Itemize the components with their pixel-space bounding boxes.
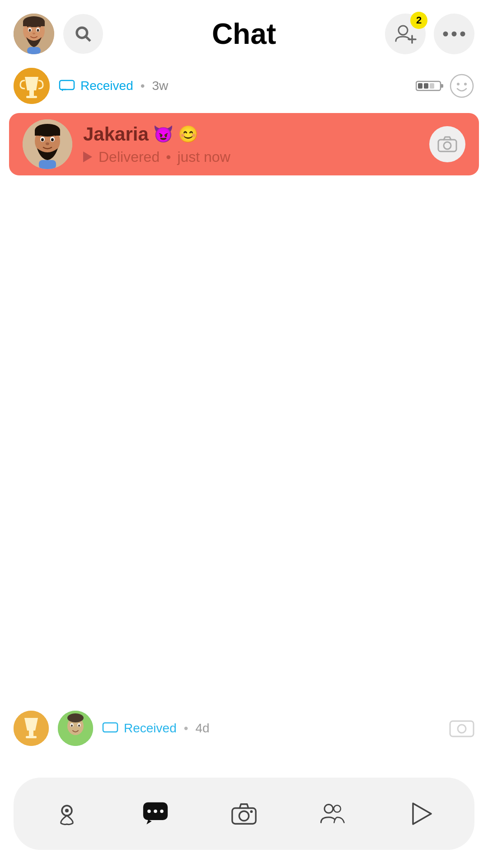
svg-point-28 [450,75,473,97]
header-left [14,14,103,54]
map-pin-icon [54,801,80,827]
nav-map[interactable] [44,791,89,836]
received-row-right [416,73,474,99]
camera-icon-small [437,136,457,152]
svg-marker-19 [25,77,38,90]
svg-rect-21 [26,96,37,98]
camera-nav-icon [231,801,257,827]
svg-point-61 [154,810,157,813]
delivered-label: Delivered [99,149,160,165]
add-friend-button[interactable]: 2 [385,14,426,54]
svg-rect-40 [39,160,56,169]
search-button[interactable] [63,14,103,54]
chat-received-icon-bottom [102,722,118,735]
more-dots-icon [442,31,466,37]
camera-button-jakaria[interactable] [429,126,465,162]
svg-point-56 [458,725,466,733]
more-options-button[interactable] [434,14,474,54]
jakaria-avatar [23,119,72,169]
received-time: 3w [152,79,169,93]
svg-point-64 [239,811,249,821]
received-label: Received [80,79,133,93]
chat-status-row: Delivered • just now [83,149,418,165]
contact-avatar-bottom-1 [14,711,49,746]
svg-point-7 [37,29,39,32]
svg-point-10 [77,28,87,38]
svg-point-29 [457,83,460,85]
svg-rect-22 [60,80,74,90]
chat-nav-icon [142,801,169,827]
svg-rect-3 [23,22,45,26]
svg-rect-45 [29,731,33,736]
chat-time: just now [177,149,230,165]
friends-icon [319,801,346,827]
chat-name-row: Jakaria 😈 😊 [83,123,418,145]
svg-point-17 [460,32,465,37]
chat-item-jakaria[interactable]: Jakaria 😈 😊 Delivered • just now [9,113,479,175]
svg-point-52 [71,725,73,727]
bottom-received-label: Received [124,721,177,736]
nav-friends[interactable] [310,791,355,836]
svg-point-12 [399,26,408,35]
bottom-camera-area [449,717,474,740]
svg-point-38 [51,138,54,142]
svg-point-39 [46,142,49,145]
user-avatar[interactable] [14,14,54,54]
svg-point-8 [33,33,35,34]
received-row-first[interactable]: Received • 3w [0,63,488,108]
bottom-nav-bar [14,778,474,850]
svg-rect-26 [424,83,428,89]
svg-point-58 [65,809,69,812]
nav-stories[interactable] [399,791,444,836]
svg-rect-25 [418,83,422,89]
bottom-partial-row[interactable]: Received • 4d [0,706,488,750]
svg-rect-46 [26,736,37,738]
contact-emoji-smile: 😊 [178,125,198,144]
svg-point-16 [452,32,457,37]
svg-line-11 [86,37,90,41]
avatar-face [14,14,54,54]
svg-point-67 [334,805,341,812]
svg-point-30 [464,83,467,85]
header-right: 2 [385,14,474,54]
svg-rect-55 [450,721,474,736]
svg-point-62 [160,810,163,813]
svg-rect-9 [27,47,41,54]
bottom-partial-info: Received • 4d [102,721,210,736]
notification-badge: 2 [410,12,427,29]
nav-camera[interactable] [221,791,267,836]
svg-point-65 [250,810,253,813]
contact-emoji-devil: 😈 [153,125,174,144]
contact-name: Jakaria [83,123,149,145]
header: Chat 2 [0,0,488,63]
svg-rect-24 [441,84,443,88]
svg-point-53 [78,725,80,727]
chat-received-icon [59,80,75,92]
received-status: Received • 3w [59,79,168,93]
battery-icon [416,79,445,93]
svg-point-6 [29,29,31,32]
svg-point-37 [41,138,44,142]
search-icon [74,24,93,43]
nav-chat[interactable] [133,791,178,836]
camera-icon-partial [449,717,474,738]
page-title: Chat [103,17,385,51]
svg-rect-20 [29,90,34,96]
chat-info-jakaria: Jakaria 😈 😊 Delivered • just now [83,123,418,165]
svg-rect-54 [103,723,117,732]
svg-point-15 [443,32,448,37]
delivered-arrow-icon [83,151,92,162]
smiley-icon [449,73,474,99]
play-icon [408,801,434,827]
svg-point-49 [67,713,84,722]
svg-point-66 [324,805,333,813]
svg-point-42 [444,142,451,149]
svg-rect-34 [35,130,60,136]
svg-point-60 [147,810,150,813]
contact-avatar-bottom-2 [58,711,93,746]
bottom-received-time: 4d [196,721,210,736]
contact-avatar-first [14,68,50,104]
svg-rect-27 [430,83,434,89]
